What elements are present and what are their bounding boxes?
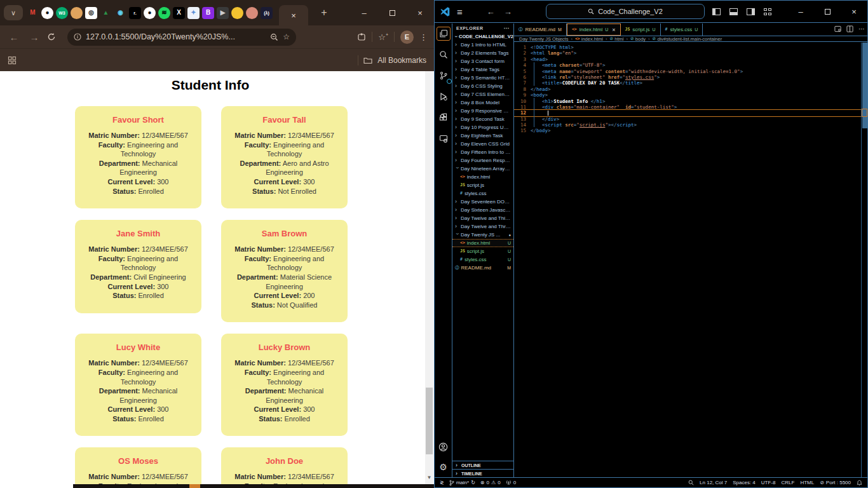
tab-close-icon[interactable]: × (291, 11, 296, 20)
code-line-6[interactable]: 6 <link rel="stylesheet" href="styles.cs… (514, 74, 861, 80)
editor-scrollbar[interactable] (861, 43, 867, 477)
back-icon[interactable]: ← (6, 32, 22, 43)
timeline-section[interactable]: ›TIMELINE (452, 469, 513, 477)
search-icon[interactable] (437, 48, 451, 62)
source-control-icon[interactable] (437, 69, 451, 83)
cursor-position[interactable]: Ln 12, Col 7 (700, 480, 727, 485)
bookmarks-sparkle-icon[interactable]: ☆+ (378, 32, 388, 42)
play-icon[interactable]: ▶ (217, 7, 229, 19)
w3schools-icon[interactable]: W3 (56, 7, 68, 19)
blue-app-icon[interactable]: ✦ (187, 7, 200, 19)
tree-folder-day-9-responsive-des-[interactable]: ›Day 9 Responsive Des... (452, 107, 513, 115)
code-line-13[interactable]: 13 </div> (514, 116, 861, 122)
url-text[interactable]: 127.0.0.1:5500/Day%20Twenty%20JS%... (86, 32, 266, 41)
new-tab-button[interactable]: + (316, 4, 332, 21)
tree-file-styles-css[interactable]: #styles.css (452, 189, 513, 198)
settings-gear-icon[interactable]: ⚙ (437, 460, 451, 474)
git-branch-item[interactable]: main* ↻ (449, 480, 475, 486)
tree-folder-day-fourteen-resposi-[interactable]: ›Day Fourteen Resposi... (452, 156, 513, 165)
code-line-1[interactable]: 1<!DOCTYPE html> (514, 44, 861, 50)
breadcrumb-item[interactable]: Day Twenty JS Objects (519, 36, 568, 42)
toggle-secondary-sidebar-icon[interactable] (747, 8, 755, 15)
spotify-icon[interactable]: ≋ (158, 7, 170, 19)
fox-icon[interactable] (71, 7, 83, 19)
extensions-icon[interactable] (357, 32, 366, 41)
split-editor-icon[interactable] (846, 25, 853, 32)
gmail-icon[interactable]: M (27, 7, 39, 19)
tree-folder-day-twelve-and-thrit-[interactable]: ›Day Twelve and Thrit... (452, 222, 513, 231)
target-icon[interactable]: ◎ (85, 7, 97, 19)
tree-file-index-html[interactable]: <>index.html (452, 173, 513, 181)
indentation[interactable]: Spaces: 4 (733, 480, 756, 485)
tree-folder-day-eleven-css-grid[interactable]: ›Day Eleven CSS Grid (452, 140, 513, 148)
apps-grid-icon[interactable] (8, 56, 17, 65)
breadcrumb-item[interactable]: ⊘html (609, 36, 623, 42)
tree-folder-day-fifteen-intro-to-js[interactable]: ›Day Fifteen Intro to JS (452, 148, 513, 156)
code-line-7[interactable]: 7 <title>CODEFLEX DAY 20 TASK</title> (514, 80, 861, 86)
code-line-8[interactable]: 8</head> (514, 86, 861, 92)
code-line-10[interactable]: 10 <h1>Student Info </h1> (514, 98, 861, 104)
account-icon[interactable] (437, 440, 451, 454)
scroll-down-arrow[interactable]: ▼ (425, 475, 433, 480)
site-info-icon[interactable] (74, 33, 81, 41)
tree-folder-day-5-semantic-html[interactable]: ›Day 5 Semantic HTML (452, 74, 513, 82)
tree-folder-day-8-box-model[interactable]: ›Day 8 Box Model (452, 98, 513, 107)
customize-layout-icon[interactable] (764, 8, 772, 15)
zoom-indicator-icon[interactable] (688, 480, 694, 485)
tab-search-button[interactable]: ∨ (4, 5, 23, 20)
nav-back-icon[interactable]: ← (487, 7, 495, 17)
tree-file-script-js[interactable]: JSscript.jsU (452, 247, 513, 255)
tab-close-icon[interactable]: × (612, 27, 615, 33)
toggle-sidebar-icon[interactable] (712, 8, 721, 15)
menu-hamburger-icon[interactable]: ≡ (457, 6, 463, 17)
open-preview-icon[interactable] (834, 25, 841, 32)
zoom-out-icon[interactable] (270, 33, 278, 41)
r-dot-icon[interactable]: r. (129, 7, 141, 19)
x-icon[interactable]: X (173, 7, 185, 19)
tree-file-script-js[interactable]: JSscript.js (452, 181, 513, 189)
problems-item[interactable]: ⊗0 ⚠0 (480, 480, 501, 485)
more-actions-icon[interactable]: ⋯ (504, 25, 510, 31)
code-editor[interactable]: 1<!DOCTYPE html>2<html lang="en">3<head>… (514, 43, 861, 477)
breadcrumb-item[interactable]: ⊘body (630, 36, 646, 42)
b-icon[interactable]: B (202, 7, 214, 19)
maximize-button[interactable] (814, 1, 841, 23)
breadcrumb-item[interactable]: ⊘div#student-list.main-container (653, 36, 722, 42)
tab-index.html[interactable]: <>index.htmlU× (567, 24, 621, 36)
tree-folder-day-3-contact-form[interactable]: ›Day 3 Contact form (452, 57, 513, 65)
github2-icon[interactable]: ● (144, 7, 156, 19)
forward-icon[interactable]: → (27, 32, 42, 43)
tree-folder-day-6-css-styling[interactable]: ›Day 6 CSS Styling (452, 82, 513, 90)
tab-styles.css[interactable]: #styles.cssU (661, 24, 703, 36)
language-mode[interactable]: HTML (800, 480, 814, 485)
tree-file-readme-md[interactable]: ⓘREADME.mdM (452, 264, 513, 272)
lambda-icon[interactable]: (λ) (261, 7, 273, 19)
outline-section[interactable]: ›OUTLINE (452, 461, 513, 469)
profile-avatar[interactable]: E (400, 30, 414, 44)
minimize-button[interactable]: – (787, 1, 814, 23)
nav-forward-icon[interactable]: → (504, 7, 512, 17)
code-line-14[interactable]: 14 <script src="script.js"></script> (514, 122, 861, 128)
breadcrumb-item[interactable]: <>index.html (575, 36, 603, 42)
extensions-icon[interactable] (437, 111, 451, 125)
eol-sequence[interactable]: CRLF (781, 480, 794, 485)
close-button[interactable]: × (841, 1, 867, 23)
browser-active-tab[interactable]: × (279, 5, 308, 25)
code-line-9[interactable]: 9<body> (514, 92, 861, 98)
code-line-11[interactable]: 11 <div class="main-container" id="stude… (514, 104, 861, 110)
tree-folder-day-10-progress-upd-[interactable]: ›Day 10 Progress Upd... (452, 123, 513, 132)
react-icon[interactable]: ◉ (114, 7, 126, 19)
tree-folder-day-nineteen-arrays-[interactable]: ›Day Nineteen Arrays ... (452, 165, 513, 173)
tree-folder-day-eighteen-task[interactable]: ›Day Eighteen Task (452, 132, 513, 140)
remote-explorer-icon[interactable] (437, 132, 451, 146)
code-line-2[interactable]: 2<html lang="en"> (514, 50, 861, 56)
code-line-12[interactable]: 12 (514, 110, 861, 116)
ports-item[interactable]: 0 (506, 480, 516, 485)
scrollbar-thumb[interactable] (426, 388, 433, 454)
maximize-button[interactable] (378, 0, 406, 25)
tree-folder-day-sixteen-javascrip-[interactable]: ›Day Sixteen Javascrip... (452, 206, 513, 214)
code-line-3[interactable]: 3<head> (514, 57, 861, 62)
tree-folder-day-7-css-element-se-[interactable]: ›Day 7 CSS Element se... (452, 90, 513, 98)
code-line-4[interactable]: 4 <meta charset="UTF-8"> (514, 62, 861, 68)
all-bookmarks[interactable]: All Bookmarks (358, 55, 426, 65)
